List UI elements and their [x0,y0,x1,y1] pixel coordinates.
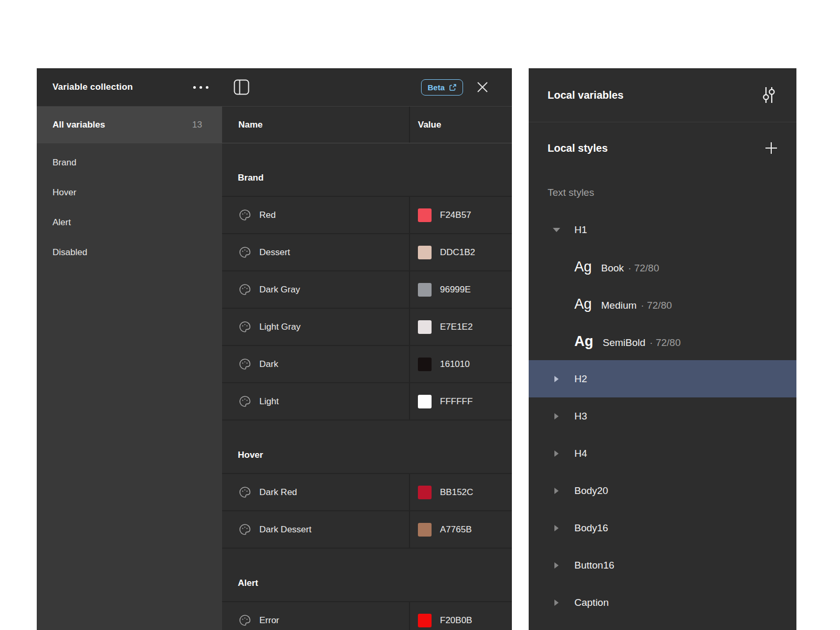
palette-icon [238,208,251,222]
variable-value-cell: 96999E [409,271,512,308]
dot [193,86,196,89]
styles-tree: H1AgBook· 72/80AgMedium· 72/80AgSemiBold… [529,211,796,621]
style-variant-size: · 72/80 [641,300,672,311]
style-group-body16[interactable]: Body16 [529,509,796,547]
style-group-button16[interactable]: Button16 [529,547,796,584]
style-group-h1[interactable]: H1 [529,211,796,248]
color-swatch[interactable] [418,208,432,222]
sidebar-item-hover[interactable]: Hover [37,177,222,207]
sidebar-item-brand[interactable]: Brand [37,148,222,177]
caret-down-icon[interactable] [553,228,560,232]
variable-hex-value: 96999E [440,285,471,295]
add-style-plus-icon[interactable] [764,141,778,155]
style-group-h3[interactable]: H3 [529,397,796,435]
type-sample-glyph: Ag [574,333,593,349]
type-sample-glyph: Ag [574,259,592,275]
color-swatch[interactable] [418,486,432,499]
table-header-row: Name Value [222,107,512,143]
palette-icon [238,358,251,371]
sidebar-item-all-variables[interactable]: All variables 13 [37,107,222,143]
variable-row[interactable]: RedF24B57 [222,197,512,234]
variable-hex-value: DDC1B2 [440,247,475,258]
local-variables-title: Local variables [548,89,624,101]
color-swatch[interactable] [418,614,432,627]
variable-name: Error [259,615,279,626]
variable-collection-body: All variables 13 BrandHoverAlertDisabled… [37,107,512,630]
variable-name-cell: Light Gray [222,309,409,345]
style-group-label: Caption [574,597,609,608]
variable-row[interactable]: Light GrayE7E1E2 [222,309,512,346]
overflow-menu-icon[interactable] [193,86,208,89]
sidebar-toggle-icon[interactable] [234,79,249,95]
variable-row[interactable]: Dark RedBB152C [222,474,512,511]
style-group-h4[interactable]: H4 [529,435,796,472]
dot [200,86,202,89]
variable-value-cell: BB152C [409,474,512,510]
variable-name: Light Gray [259,322,300,332]
caret-glyph [553,228,560,232]
variable-name-cell: Dessert [222,234,409,270]
column-header-name: Name [222,107,409,143]
caret-right-icon[interactable] [553,562,560,569]
close-icon[interactable] [477,81,488,93]
variable-count-badge: 13 [192,120,202,130]
section-header-alert: Alert [222,549,512,602]
variable-hex-value: E7E1E2 [440,322,472,332]
caret-right-icon[interactable] [553,488,560,494]
variable-row[interactable]: Dark Gray96999E [222,271,512,309]
tune-sliders-icon[interactable] [760,86,777,104]
color-swatch[interactable] [418,283,432,297]
style-variant-row-medium[interactable]: AgMedium· 72/80 [529,286,796,323]
style-group-h2[interactable]: H2 [529,360,796,397]
beta-badge[interactable]: Beta [421,79,463,96]
color-swatch[interactable] [418,320,432,334]
beta-label: Beta [427,83,445,92]
color-swatch[interactable] [418,246,432,259]
palette-icon [238,246,251,259]
color-swatch[interactable] [418,523,432,537]
text-styles-section-label: Text styles [529,174,796,211]
color-swatch[interactable] [418,358,432,371]
variable-value-cell: F24B57 [409,197,512,233]
caret-glyph [554,562,559,569]
collection-header-right: Beta [222,68,512,106]
sidebar-item-alert[interactable]: Alert [37,207,222,237]
style-group-caption[interactable]: Caption [529,584,796,621]
variable-name-cell: Dark Red [222,474,409,510]
variable-hex-value: A7765B [440,524,472,535]
caret-glyph [554,376,559,382]
style-group-label: Button16 [574,560,614,571]
column-header-value: Value [409,107,512,143]
variable-row[interactable]: DessertDDC1B2 [222,234,512,271]
style-variant-name: SemiBold [603,337,645,348]
style-group-label: H3 [574,411,587,422]
style-variant-row-semibold[interactable]: AgSemiBold· 72/80 [529,323,796,360]
color-swatch[interactable] [418,395,432,408]
variable-collection-panel: Variable collection Beta [37,68,512,630]
variable-name: Dark [259,359,278,370]
variable-collection-header: Variable collection Beta [37,68,512,107]
variable-name: Dark Gray [259,285,300,295]
style-variant-row-book[interactable]: AgBook· 72/80 [529,248,796,286]
style-variant-name: Book [601,262,624,274]
caret-right-icon[interactable] [553,450,560,457]
collection-sidebar: All variables 13 BrandHoverAlertDisabled [37,107,222,630]
style-group-label: Body20 [574,485,608,497]
caret-right-icon[interactable] [553,376,560,382]
caret-glyph [554,413,559,419]
caret-glyph [554,525,559,531]
variable-row[interactable]: Dark161010 [222,346,512,383]
variable-row[interactable]: Dark DessertA7765B [222,511,512,549]
sidebar-item-disabled[interactable]: Disabled [37,237,222,267]
caret-right-icon[interactable] [553,525,560,531]
caret-right-icon[interactable] [553,413,560,419]
variable-row[interactable]: LightFFFFFF [222,383,512,421]
text-styles-list: Text styles H1AgBook· 72/80AgMedium· 72/… [529,174,796,630]
caret-glyph [554,450,559,457]
caret-right-icon[interactable] [553,600,560,606]
style-group-body20[interactable]: Body20 [529,472,796,509]
variable-row[interactable]: ErrorF20B0B [222,602,512,630]
local-variables-header: Local variables [529,68,796,122]
dot [206,86,208,89]
type-sample-glyph: Ag [574,296,592,312]
